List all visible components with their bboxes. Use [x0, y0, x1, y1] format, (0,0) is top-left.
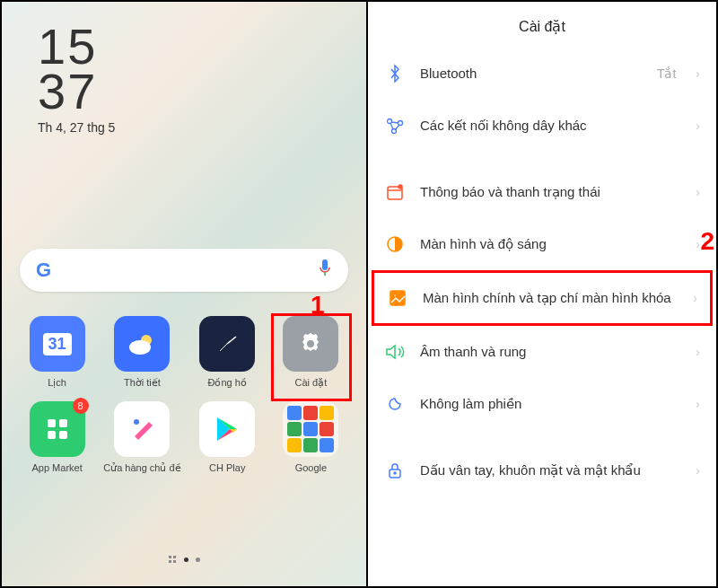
brightness-icon: [384, 233, 406, 255]
settings-pane: Cài đặt Bluetooth Tắt › Các kết nối khôn…: [368, 2, 716, 586]
clock-widget: 15 37 Th 4, 27 thg 5: [38, 24, 115, 133]
svg-point-1: [129, 340, 151, 355]
app-label: Lịch: [48, 377, 66, 389]
lock-icon: [384, 460, 406, 481]
svg-rect-11: [173, 556, 176, 558]
svg-point-4: [307, 340, 314, 347]
settings-label: Màn hình chính và tạp chí màn hình khóa: [423, 289, 673, 307]
clock-date: Th 4, 27 thg 5: [38, 122, 115, 134]
svg-point-21: [394, 294, 397, 297]
clock-icon: [199, 316, 255, 372]
google-logo-icon: G: [36, 259, 51, 282]
app-label: CH Play: [209, 462, 245, 473]
settings-item-homescreen[interactable]: Màn hình chính và tạp chí màn hình khóa …: [372, 270, 713, 326]
settings-title: Cài đặt: [368, 2, 716, 48]
app-appmarket[interactable]: 8 App Market: [20, 401, 94, 474]
settings-status: Tắt: [657, 66, 676, 81]
homescreen-icon: [387, 287, 408, 309]
app-calendar[interactable]: 31 Lịch: [20, 316, 94, 389]
page-indicator: [168, 555, 200, 564]
settings-label: Bluetooth: [420, 65, 643, 83]
weather-icon: [114, 316, 170, 372]
settings-label: Màn hình và độ sáng: [420, 235, 676, 253]
chevron-right-icon: ›: [696, 118, 700, 133]
svg-line-2: [227, 337, 236, 344]
themestore-icon: [114, 401, 170, 457]
google-search-bar[interactable]: G: [20, 249, 348, 292]
settings-label: Không làm phiền: [420, 395, 676, 413]
chevron-right-icon: ›: [696, 237, 700, 251]
app-label: Thời tiết: [124, 377, 161, 389]
chevron-right-icon: ›: [696, 185, 700, 199]
svg-rect-8: [59, 431, 67, 439]
mic-icon[interactable]: [318, 259, 332, 281]
folder-icon: [283, 401, 338, 457]
settings-label: Âm thanh và rung: [420, 343, 676, 361]
app-settings[interactable]: Cài đặt: [274, 316, 348, 389]
notification-icon: [384, 181, 406, 203]
app-label: Cửa hàng chủ đề: [103, 462, 180, 474]
svg-rect-5: [48, 419, 56, 427]
marker-2: 2: [700, 227, 714, 256]
settings-item-wireless[interactable]: Các kết nối không dây khác ›: [372, 100, 713, 152]
app-label: Google: [295, 462, 327, 473]
clock-minutes: 37: [38, 69, 115, 114]
chevron-right-icon: ›: [693, 291, 697, 305]
settings-item-dnd[interactable]: Không làm phiền ›: [372, 378, 713, 430]
app-weather[interactable]: Thời tiết: [103, 316, 180, 389]
chevron-right-icon: ›: [696, 66, 700, 81]
app-googlefolder[interactable]: Google: [274, 401, 348, 474]
page-dot[interactable]: [196, 557, 200, 562]
svg-point-23: [394, 472, 396, 474]
home-indicator-icon: [168, 555, 177, 564]
settings-label: Thông báo và thanh trạng thái: [420, 183, 676, 201]
settings-item-security[interactable]: Dấu vân tay, khuôn mặt và mật khẩu ›: [372, 444, 713, 496]
settings-item-bluetooth[interactable]: Bluetooth Tắt ›: [372, 48, 713, 100]
wireless-icon: [384, 115, 406, 136]
badge: 8: [73, 398, 89, 414]
svg-point-14: [388, 119, 392, 124]
app-grid: 31 Lịch Thời tiết Đồng hồ Cài đặt 8 App …: [20, 316, 348, 474]
svg-point-18: [398, 185, 402, 189]
homescreen-pane: 15 37 Th 4, 27 thg 5 G 31 Lịch Thời tiết…: [2, 2, 368, 586]
svg-rect-12: [169, 560, 171, 563]
appmarket-icon: 8: [30, 401, 85, 457]
playstore-icon: [199, 401, 255, 457]
svg-rect-6: [59, 419, 67, 427]
app-themestore[interactable]: Cửa hàng chủ đề: [103, 401, 180, 474]
app-label: Cài đặt: [295, 377, 328, 389]
settings-icon: [283, 316, 338, 372]
page-dot[interactable]: [184, 557, 188, 562]
settings-item-notification[interactable]: Thông báo và thanh trạng thái ›: [372, 166, 713, 218]
svg-point-15: [398, 121, 403, 126]
svg-line-3: [220, 344, 227, 351]
svg-rect-10: [169, 556, 171, 558]
dnd-icon: [384, 393, 406, 415]
calendar-icon: 31: [30, 316, 85, 372]
app-clock[interactable]: Đồng hồ: [190, 316, 265, 389]
settings-item-sound[interactable]: Âm thanh và rung ›: [372, 326, 713, 378]
settings-label: Dấu vân tay, khuôn mặt và mật khẩu: [420, 461, 676, 479]
settings-label: Các kết nối không dây khác: [420, 117, 676, 135]
marker-1: 1: [311, 291, 325, 320]
svg-rect-13: [173, 560, 176, 563]
svg-point-9: [134, 419, 139, 425]
bluetooth-icon: [384, 63, 406, 84]
app-label: Đồng hồ: [208, 377, 247, 389]
svg-rect-7: [48, 431, 56, 439]
app-label: App Market: [31, 462, 82, 473]
settings-item-brightness[interactable]: Màn hình và độ sáng › 2: [372, 218, 713, 270]
app-chplay[interactable]: CH Play: [190, 401, 265, 474]
sound-icon: [384, 341, 406, 363]
chevron-right-icon: ›: [696, 463, 700, 478]
settings-list: Bluetooth Tắt › Các kết nối không dây kh…: [368, 48, 716, 496]
chevron-right-icon: ›: [696, 345, 700, 359]
chevron-right-icon: ›: [696, 397, 700, 411]
